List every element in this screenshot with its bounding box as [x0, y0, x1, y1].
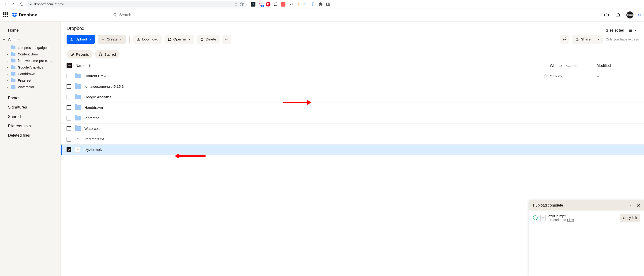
- row-filename: Pinterest: [84, 116, 550, 120]
- upload-icon: [70, 37, 74, 41]
- star-icon[interactable]: [240, 2, 244, 6]
- column-name-header[interactable]: Name: [76, 64, 550, 68]
- sidebar-folder-item[interactable]: ›Pinterest: [0, 77, 61, 84]
- table-row[interactable]: fontawesome-pro-5.15.3: [62, 81, 644, 92]
- selection-count: 1 selected: [606, 28, 624, 32]
- download-button[interactable]: Download: [133, 35, 162, 44]
- table-row[interactable]: Handdrawn: [62, 103, 644, 113]
- action-toolbar: Upload Create Download Open in Delete: [66, 35, 639, 44]
- share-dropdown-button[interactable]: [594, 35, 603, 44]
- extension-pinterest-icon[interactable]: P: [266, 2, 270, 6]
- chevron-right-icon: ›: [6, 65, 9, 69]
- sidebar-folder-item[interactable]: ›fontawesome-pro-5.1...: [0, 58, 61, 64]
- sidebar-item-label: Watercolor: [18, 85, 34, 89]
- sidebar-shared[interactable]: Shared: [0, 112, 61, 121]
- table-row[interactable]: ezyzip.mp3: [62, 144, 644, 155]
- browser-address-bar[interactable]: dropbox.com/home: [26, 1, 246, 7]
- browser-reload-button[interactable]: [18, 1, 25, 7]
- help-button[interactable]: [603, 11, 610, 18]
- sidebar-folder-item[interactable]: ›compressed gadgets: [0, 44, 61, 51]
- button-label: Upload: [76, 37, 87, 41]
- sidebar-folder-item[interactable]: ›Handdrawn: [0, 71, 61, 77]
- access-text: Only you have access: [606, 37, 639, 41]
- extension-braces-icon[interactable]: {=}: [288, 2, 293, 6]
- row-checkbox[interactable]: [66, 137, 71, 141]
- copy-link-icon-button[interactable]: [560, 35, 569, 44]
- toast-destination-link[interactable]: Files: [567, 218, 574, 222]
- table-row[interactable]: Google Analytics: [62, 92, 644, 103]
- delete-button[interactable]: Delete: [197, 35, 220, 44]
- app-grid-icon[interactable]: [3, 12, 8, 17]
- browser-back-button[interactable]: [2, 1, 9, 7]
- chevron-right-icon: ›: [6, 52, 9, 56]
- share-icon: [575, 37, 579, 41]
- column-who-header[interactable]: Who can access: [550, 64, 597, 68]
- extension-redux-icon[interactable]: 1: [258, 2, 263, 6]
- extension-red-icon[interactable]: [281, 2, 286, 6]
- row-filename: Google Analytics: [84, 95, 550, 99]
- text-file-icon: [75, 136, 80, 142]
- table-row[interactable]: Content BrewOnly you--: [62, 71, 644, 81]
- upgrade-link[interactable]: U: [638, 13, 641, 17]
- toast-item: ezyzip.mp3 Uploaded to Files Copy link: [533, 214, 640, 222]
- extension-react-icon[interactable]: ⚛: [251, 2, 256, 6]
- row-checkbox[interactable]: [66, 74, 71, 78]
- sidebar-folder-item[interactable]: ›Content Brew: [0, 51, 61, 58]
- audio-file-icon: [75, 147, 80, 153]
- table-row[interactable]: _redirects.txt: [62, 134, 644, 144]
- recents-chip[interactable]: Recents: [66, 50, 92, 58]
- svg-point-15: [226, 39, 226, 40]
- extension-hls-icon[interactable]: hls: [303, 2, 308, 6]
- sidebar-file-requests[interactable]: File requests: [0, 121, 61, 131]
- sidebar-signatures[interactable]: Signatures: [0, 103, 61, 112]
- row-checkbox[interactable]: [66, 147, 71, 152]
- sidepanel-icon[interactable]: [326, 2, 330, 6]
- sidebar-item-label: Handdrawn: [18, 72, 35, 76]
- row-checkbox[interactable]: [66, 105, 71, 110]
- sidebar-folder-item[interactable]: ›Google Analytics: [0, 64, 61, 71]
- table-row[interactable]: Watercolor: [62, 124, 644, 134]
- share-button[interactable]: Share: [572, 35, 594, 44]
- extension-device-icon[interactable]: [311, 2, 316, 6]
- upload-button[interactable]: Upload: [66, 35, 95, 44]
- share-icon[interactable]: [234, 2, 238, 6]
- dropbox-logo[interactable]: Dropbox: [12, 12, 37, 17]
- create-button[interactable]: Create: [98, 35, 126, 44]
- row-checkbox[interactable]: [66, 95, 71, 99]
- open-in-button[interactable]: Open in: [164, 35, 194, 44]
- sidebar-all-files[interactable]: All files: [0, 35, 61, 44]
- sidebar-deleted[interactable]: Deleted files: [0, 131, 61, 140]
- select-all-checkbox[interactable]: [66, 63, 72, 68]
- table-row[interactable]: Pinterest: [62, 113, 644, 124]
- close-icon[interactable]: [636, 203, 641, 207]
- folder-icon: [11, 79, 16, 82]
- sidebar-home[interactable]: Home: [0, 26, 61, 35]
- view-toggle[interactable]: [627, 27, 639, 34]
- row-checkbox[interactable]: [66, 126, 71, 131]
- avatar[interactable]: gifteds: [626, 11, 634, 18]
- extension-orange-icon[interactable]: ▯: [296, 2, 300, 6]
- puzzle-icon[interactable]: [318, 2, 323, 6]
- chevron-right-icon: ›: [6, 46, 9, 50]
- extension-crop-icon[interactable]: [273, 2, 278, 6]
- more-actions-button[interactable]: [222, 35, 231, 44]
- sidebar-photos[interactable]: Photos: [0, 93, 61, 103]
- browser-forward-button[interactable]: [10, 1, 17, 7]
- copy-link-button[interactable]: Copy link: [620, 214, 640, 222]
- column-modified-header[interactable]: Modified: [597, 64, 639, 68]
- row-checkbox[interactable]: [66, 116, 71, 121]
- search-input[interactable]: [119, 13, 268, 17]
- brand-name: Dropbox: [19, 12, 37, 17]
- star-outline-icon[interactable]: [544, 74, 548, 79]
- search-box[interactable]: [110, 11, 271, 19]
- sidebar-folder-item[interactable]: ›Watercolor: [0, 84, 61, 90]
- notifications-button[interactable]: [615, 11, 622, 18]
- folder-icon: [75, 95, 81, 99]
- starred-chip[interactable]: Starred: [95, 50, 120, 58]
- folder-icon: [11, 85, 16, 89]
- toast-filename: ezyzip.mp3: [548, 214, 617, 218]
- svg-point-6: [114, 13, 116, 16]
- row-checkbox[interactable]: [66, 84, 71, 89]
- collapse-icon[interactable]: [628, 203, 633, 207]
- sidebar-item-label: All files: [8, 37, 20, 42]
